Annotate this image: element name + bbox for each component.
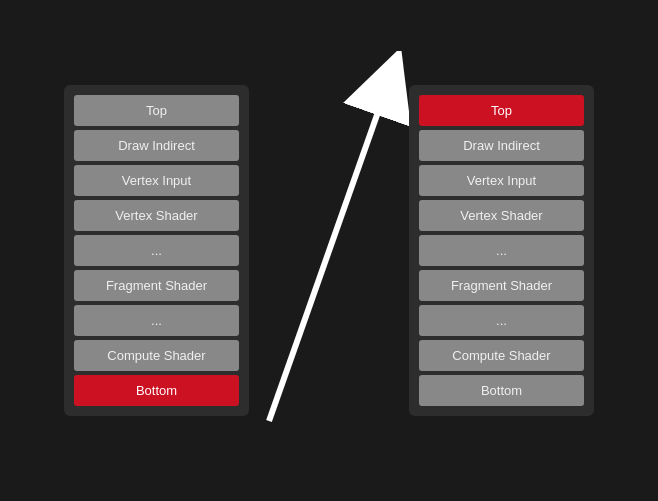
- stack-item-8: Bottom: [419, 375, 584, 406]
- left-panel: TopDraw IndirectVertex InputVertex Shade…: [64, 85, 249, 416]
- transition-arrow: [249, 51, 409, 451]
- stack-item-1: Draw Indirect: [419, 130, 584, 161]
- right-panel: TopDraw IndirectVertex InputVertex Shade…: [409, 85, 594, 416]
- stack-item-3: Vertex Shader: [74, 200, 239, 231]
- stack-item-2: Vertex Input: [74, 165, 239, 196]
- stack-item-7: Compute Shader: [74, 340, 239, 371]
- stack-item-0: Top: [419, 95, 584, 126]
- stack-item-1: Draw Indirect: [74, 130, 239, 161]
- main-container: TopDraw IndirectVertex InputVertex Shade…: [0, 0, 658, 501]
- stack-item-4: ...: [419, 235, 584, 266]
- stack-item-3: Vertex Shader: [419, 200, 584, 231]
- stack-item-5: Fragment Shader: [419, 270, 584, 301]
- stack-item-6: ...: [74, 305, 239, 336]
- stack-item-7: Compute Shader: [419, 340, 584, 371]
- stack-item-5: Fragment Shader: [74, 270, 239, 301]
- stack-item-4: ...: [74, 235, 239, 266]
- stack-item-2: Vertex Input: [419, 165, 584, 196]
- stack-item-0: Top: [74, 95, 239, 126]
- stack-item-8: Bottom: [74, 375, 239, 406]
- stack-item-6: ...: [419, 305, 584, 336]
- svg-line-1: [269, 81, 389, 421]
- arrow-container: [249, 51, 409, 451]
